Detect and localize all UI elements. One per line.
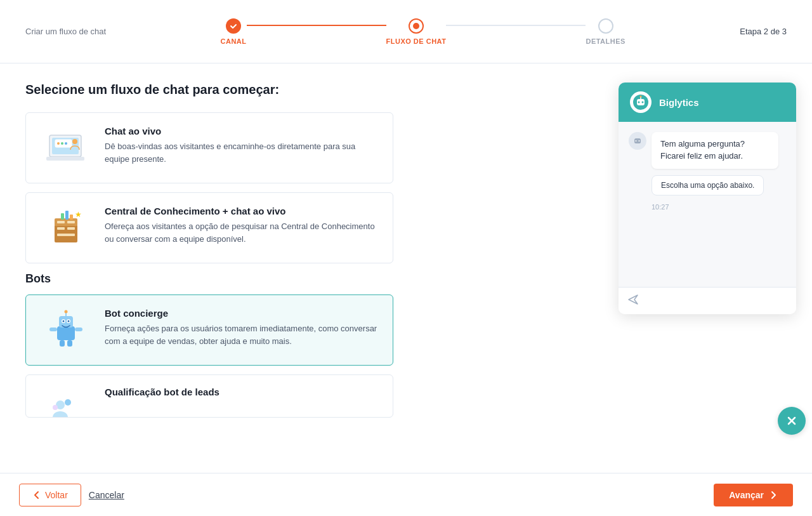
svg-rect-12 <box>57 227 65 230</box>
chat-close-button[interactable] <box>778 407 806 435</box>
card-icon-chat-ao-vivo <box>41 126 92 170</box>
stepper: CANAL FLUXO DE CHAT DETALHES <box>106 18 740 45</box>
svg-point-36 <box>638 102 640 103</box>
main-content: Selecione um fluxo de chat para começar: <box>0 63 812 473</box>
svg-rect-2 <box>46 157 84 161</box>
svg-rect-29 <box>60 340 65 347</box>
card-qualificacao-bot[interactable]: Qualificação bot de leads <box>25 374 393 418</box>
svg-rect-11 <box>67 221 75 223</box>
svg-point-39 <box>640 96 642 98</box>
send-icon <box>627 294 639 308</box>
card-desc-bot-concierge: Forneça ações para os usuários tomarem i… <box>105 322 377 347</box>
chat-message-1-row: Tem alguma pergunta? Ficarei feliz em aj… <box>629 132 786 169</box>
card-title-central: Central de Conhecimento + chat ao vivo <box>105 206 377 216</box>
card-title-qualificacao: Qualificação bot de leads <box>105 387 377 397</box>
step-label-canal: CANAL <box>221 37 247 45</box>
svg-point-42 <box>636 140 637 142</box>
svg-point-4 <box>57 142 60 145</box>
chat-bot-icon <box>629 132 646 150</box>
step-label-fluxo: FLUXO DE CHAT <box>386 37 447 45</box>
step-fluxo: FLUXO DE CHAT <box>386 18 447 45</box>
header: Criar um fluxo de chat CANAL FLUXO DE CH… <box>0 0 812 63</box>
svg-text:★: ★ <box>75 210 82 219</box>
card-title-bot-concierge: Bot concierge <box>105 308 377 319</box>
chat-option-1: Escolha uma opção abaixo. <box>652 175 764 195</box>
preview-area: Biglytics Tem alguma pergunta? Ficarei f… <box>609 63 812 473</box>
back-button[interactable]: Voltar <box>19 484 81 506</box>
card-chat-ao-vivo[interactable]: Chat ao vivo Dê boas-vindas aos visitant… <box>25 112 393 183</box>
card-icon-qualificacao <box>41 387 92 418</box>
next-chevron-icon <box>769 491 778 499</box>
step-line-1 <box>247 25 386 26</box>
step-detalhes: DETALHES <box>586 18 625 45</box>
content-area: Selecione um fluxo de chat para começar: <box>0 63 609 473</box>
card-text-central: Central de Conhecimento + chat ao vivo O… <box>105 206 377 245</box>
svg-point-24 <box>67 321 69 322</box>
card-title-chat-ao-vivo: Chat ao vivo <box>105 126 377 136</box>
step-line-2 <box>446 25 586 26</box>
svg-rect-16 <box>61 213 64 220</box>
svg-rect-20 <box>59 316 73 327</box>
page-wizard-title: Criar um fluxo de chat <box>25 27 106 36</box>
svg-rect-27 <box>49 327 57 331</box>
card-text-qualificacao: Qualificação bot de leads <box>105 387 377 401</box>
step-circle-detalhes <box>598 18 613 34</box>
svg-point-32 <box>65 399 71 406</box>
svg-rect-19 <box>57 326 75 340</box>
footer: Voltar Cancelar Avançar <box>0 473 812 516</box>
bots-section-label: Bots <box>25 272 584 286</box>
chat-company-name: Biglytics <box>659 97 699 108</box>
next-button[interactable]: Avançar <box>714 484 793 506</box>
chat-widget: Biglytics Tem alguma pergunta? Ficarei f… <box>619 83 796 314</box>
chat-time: 10:27 <box>652 203 786 211</box>
svg-rect-30 <box>67 340 72 347</box>
step-label-detalhes: DETALHES <box>586 37 625 45</box>
card-text-chat-ao-vivo: Chat ao vivo Dê boas-vindas aos visitant… <box>105 126 377 165</box>
chat-header: Biglytics <box>619 83 796 122</box>
card-desc-chat-ao-vivo: Dê boas-vindas aos visitantes e encaminh… <box>105 140 377 165</box>
card-icon-central: ★ <box>41 206 92 250</box>
svg-rect-10 <box>57 221 65 223</box>
svg-point-37 <box>642 102 644 103</box>
step-canal: CANAL <box>221 18 247 45</box>
svg-rect-17 <box>65 211 69 220</box>
etapa-label: Etapa 2 de 3 <box>740 27 787 36</box>
svg-rect-28 <box>75 327 82 331</box>
back-chevron-icon <box>32 491 41 499</box>
svg-point-6 <box>65 142 67 145</box>
card-desc-central: Ofereça aos visitantes a opção de pesqui… <box>105 220 377 245</box>
svg-rect-18 <box>70 215 73 220</box>
svg-point-7 <box>72 139 77 144</box>
step-circle-fluxo <box>409 18 424 34</box>
chat-footer <box>619 287 796 314</box>
svg-rect-13 <box>67 227 75 230</box>
chat-avatar <box>630 91 652 113</box>
step-circle-canal <box>226 18 241 34</box>
svg-point-26 <box>64 310 67 314</box>
cancel-button[interactable]: Cancelar <box>89 490 124 500</box>
svg-point-43 <box>639 140 640 142</box>
card-bot-concierge[interactable]: Bot concierge Forneça ações para os usuá… <box>25 294 393 366</box>
svg-point-33 <box>53 405 58 410</box>
footer-left: Voltar Cancelar <box>19 484 124 506</box>
chat-message-1: Tem alguma pergunta? Ficarei feliz em aj… <box>652 132 778 169</box>
card-central-conhecimento[interactable]: ★ Central de Conhecimento + chat ao vivo… <box>25 192 393 263</box>
page-title: Selecione um fluxo de chat para começar: <box>25 83 584 97</box>
svg-point-5 <box>61 142 63 145</box>
chat-body: Tem alguma pergunta? Ficarei feliz em aj… <box>619 122 796 287</box>
card-text-bot-concierge: Bot concierge Forneça ações para os usuá… <box>105 308 377 347</box>
card-icon-bot-concierge <box>41 308 92 352</box>
svg-point-23 <box>62 321 64 322</box>
svg-rect-14 <box>57 234 75 236</box>
